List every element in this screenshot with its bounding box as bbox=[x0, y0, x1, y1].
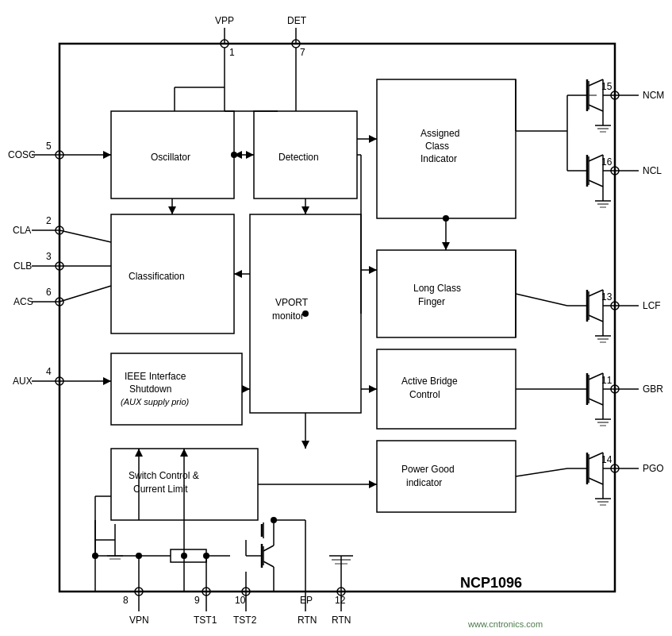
long-class-label: Long Class bbox=[413, 283, 461, 294]
detection-label: Detection bbox=[278, 152, 319, 163]
svg-point-184 bbox=[302, 310, 309, 317]
svg-rect-43 bbox=[377, 441, 516, 512]
power-good-label2: indicator bbox=[406, 477, 442, 488]
assigned-class-label: Assigned bbox=[420, 128, 459, 139]
chip-title: NCP1096 bbox=[460, 575, 522, 591]
svg-marker-139 bbox=[369, 480, 377, 488]
svg-marker-108 bbox=[301, 206, 309, 214]
svg-marker-179 bbox=[135, 449, 143, 457]
assigned-class-label2: Class bbox=[425, 141, 449, 152]
pgo-label: PGO bbox=[643, 463, 664, 474]
svg-marker-128 bbox=[301, 441, 309, 449]
rtn1-label: RTN bbox=[298, 615, 317, 626]
svg-line-82 bbox=[589, 399, 603, 405]
active-bridge-label2: Control bbox=[409, 389, 440, 400]
assigned-class-label3: Indicator bbox=[420, 153, 457, 164]
ncm-label: NCM bbox=[643, 90, 664, 101]
svg-point-167 bbox=[271, 517, 277, 523]
rtn2-label: RTN bbox=[332, 615, 351, 626]
det-label: DET bbox=[287, 15, 307, 26]
cosc-number: 5 bbox=[46, 141, 52, 152]
cla-number: 2 bbox=[46, 215, 52, 226]
svg-line-93 bbox=[589, 478, 603, 484]
svg-marker-130 bbox=[242, 385, 250, 393]
svg-rect-39 bbox=[377, 250, 516, 337]
rtn1-number: EP bbox=[300, 595, 313, 606]
svg-point-169 bbox=[181, 553, 187, 559]
svg-line-60 bbox=[589, 180, 603, 187]
svg-marker-126 bbox=[369, 385, 377, 393]
vpn-number: 8 bbox=[123, 595, 129, 606]
svg-line-135 bbox=[60, 230, 111, 242]
aux-number: 4 bbox=[46, 366, 52, 377]
rtn2-number: 12 bbox=[335, 595, 346, 606]
cla-label: CLA bbox=[13, 225, 31, 236]
svg-point-116 bbox=[443, 215, 449, 222]
svg-marker-124 bbox=[369, 266, 377, 274]
svg-line-140 bbox=[516, 468, 567, 476]
svg-line-48 bbox=[589, 105, 603, 111]
aux-label: AUX bbox=[13, 376, 33, 387]
oscillator-label: Oscillator bbox=[151, 152, 190, 163]
svg-marker-110 bbox=[246, 151, 254, 159]
svg-line-159 bbox=[263, 561, 274, 567]
clb-number: 3 bbox=[46, 251, 52, 262]
lcf-label: LCF bbox=[643, 300, 661, 311]
vport-label2: monitor bbox=[272, 310, 304, 322]
long-class-label2: Finger bbox=[418, 296, 445, 307]
svg-line-71 bbox=[589, 315, 603, 322]
svg-line-137 bbox=[60, 286, 111, 302]
ncl-label: NCL bbox=[643, 165, 662, 176]
svg-marker-132 bbox=[103, 377, 111, 385]
clb-label: CLB bbox=[13, 260, 32, 272]
svg-rect-150 bbox=[171, 549, 206, 562]
svg-marker-106 bbox=[168, 206, 176, 214]
cosc-label: COSC bbox=[8, 149, 36, 160]
ieee-label2: Shutdown bbox=[129, 384, 171, 395]
vpn-label: VPN bbox=[129, 615, 149, 626]
classification-label: Classification bbox=[129, 271, 185, 282]
svg-marker-134 bbox=[103, 151, 111, 159]
active-bridge-label: Active Bridge bbox=[401, 376, 458, 387]
svg-marker-114 bbox=[234, 270, 242, 278]
vport-label: VPORT bbox=[275, 297, 309, 308]
tst2-number: 10 bbox=[235, 595, 246, 606]
svg-marker-186 bbox=[369, 135, 377, 143]
ieee-label: IEEE Interface bbox=[125, 371, 186, 382]
power-good-label: Power Good bbox=[401, 464, 455, 475]
switch-control-label2: Current Limit bbox=[133, 484, 188, 495]
tst1-label: TST1 bbox=[194, 615, 217, 626]
det-number: 7 bbox=[300, 47, 305, 58]
diagram-container: VPP 1 DET 7 COSC 5 CLA 2 CLB 3 ACS 6 AUX… bbox=[0, 0, 672, 636]
svg-rect-0 bbox=[60, 44, 615, 592]
ieee-label3: (AUX supply prio) bbox=[121, 397, 190, 407]
acs-label: ACS bbox=[13, 296, 33, 307]
vpp-number: 1 bbox=[229, 47, 235, 58]
svg-marker-181 bbox=[180, 449, 188, 457]
svg-rect-41 bbox=[377, 349, 516, 429]
website-label: www.cntronics.com bbox=[467, 619, 543, 629]
svg-line-121 bbox=[516, 294, 567, 306]
svg-marker-117 bbox=[442, 242, 450, 250]
gbr-label: GBR bbox=[643, 384, 663, 395]
svg-line-158 bbox=[263, 545, 274, 551]
acs-number: 6 bbox=[46, 287, 52, 298]
tst2-label: TST2 bbox=[233, 615, 257, 626]
vpp-label: VPP bbox=[215, 15, 234, 26]
tst1-number: 9 bbox=[194, 595, 200, 606]
